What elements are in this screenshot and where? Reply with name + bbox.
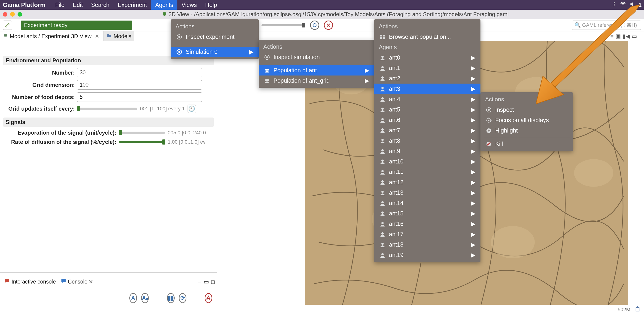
agent-label: ant0 [389, 54, 400, 61]
trash-icon[interactable] [634, 306, 641, 314]
agent-item-ant17[interactable]: ant17▶ [374, 229, 480, 239]
clock-icon[interactable]: 🕘 [188, 105, 196, 113]
breadcrumb-tab[interactable]: Model ants / Experiment 3D View ✕ [0, 31, 102, 41]
view-tool-icon[interactable]: ▮◀ [623, 33, 630, 39]
browse-population-item[interactable]: Browse ant population... [374, 32, 480, 42]
view-tool-icon[interactable]: □ [639, 33, 642, 39]
agent-item-ant15[interactable]: ant15▶ [374, 208, 480, 219]
agent-item-ant2[interactable]: ant2▶ [374, 73, 480, 84]
evap-slider[interactable] [119, 132, 165, 134]
menu-search[interactable]: Search [87, 0, 114, 10]
text-size-dec-button[interactable]: Aₐ [141, 293, 149, 303]
close-tab-icon[interactable]: ✕ [95, 33, 99, 39]
menu-file[interactable]: File [51, 0, 68, 10]
console-tab[interactable]: Console ✕ [58, 277, 96, 287]
menu-views[interactable]: Views [178, 0, 201, 10]
agent-item-ant7[interactable]: ant7▶ [374, 125, 480, 136]
agent-item-ant11[interactable]: ant11▶ [374, 167, 480, 177]
food-depots-input[interactable] [77, 92, 202, 102]
console-tool-icon[interactable]: ▭ [204, 279, 209, 285]
svg-point-1 [162, 12, 166, 16]
agent-item-ant19[interactable]: ant19▶ [374, 250, 480, 260]
search-icon: 🔍 [574, 22, 581, 28]
view-tool-icon[interactable]: ▣ [616, 33, 621, 39]
inspect-experiment-item[interactable]: Inspect experiment [171, 32, 259, 42]
agent-label: ant16 [389, 221, 404, 227]
agent-item-ant1[interactable]: ant1▶ [374, 63, 480, 73]
agent-item-ant0[interactable]: ant0▶ [374, 52, 480, 63]
menu-experiment[interactable]: Experiment [114, 0, 151, 10]
agent-item-ant16[interactable]: ant16▶ [374, 219, 480, 229]
menu-help[interactable]: Help [201, 0, 221, 10]
stop-button[interactable] [324, 20, 333, 30]
population-ant-item[interactable]: Population of ant ▶ [259, 65, 374, 75]
speech-bubble-red-icon [4, 278, 10, 286]
inspect-simulation-item[interactable]: Inspect simulation [259, 52, 374, 62]
speed-slider[interactable] [262, 24, 305, 26]
edit-button[interactable] [3, 20, 12, 30]
bluetooth-icon[interactable] [612, 1, 616, 8]
target-icon [486, 107, 492, 113]
close-tab-icon[interactable]: ✕ [89, 279, 93, 285]
focus-displays-item[interactable]: Focus on all displays [480, 115, 573, 125]
agent-item-ant4[interactable]: ant4▶ [374, 94, 480, 104]
agent-item-ant18[interactable]: ant18▶ [374, 239, 480, 250]
svg-rect-25 [383, 37, 385, 39]
agent-item-ant5[interactable]: ant5▶ [374, 104, 480, 115]
close-window-button[interactable] [3, 12, 8, 17]
agent-label: ant3 [389, 85, 400, 92]
diff-slider[interactable] [119, 141, 165, 143]
highlight-item[interactable]: Highlight [480, 125, 573, 136]
person-icon [379, 242, 386, 248]
view-tool-icon[interactable]: ≡ [610, 33, 614, 39]
text-size-inc-button[interactable]: A [129, 293, 137, 303]
simulation0-item[interactable]: Simulation 0 ▶ [171, 47, 259, 57]
menu1-actions-header: Actions [171, 21, 259, 32]
grid-dim-label: Grid dimension: [3, 82, 77, 88]
agent-item-ant9[interactable]: ant9▶ [374, 146, 480, 156]
pause-button[interactable]: ▮▮ [167, 293, 175, 303]
agent-item-ant3[interactable]: ant3▶ [374, 84, 480, 94]
svg-point-3 [6, 35, 6, 36]
grid-dim-input[interactable] [77, 80, 202, 90]
agent-item-ant8[interactable]: ant8▶ [374, 136, 480, 146]
inspect-agent-item[interactable]: Inspect [480, 105, 573, 115]
chevron-right-icon: ▶ [471, 241, 476, 248]
svg-point-28 [381, 76, 384, 79]
zoom-window-button[interactable] [18, 12, 22, 17]
agent-item-ant12[interactable]: ant12▶ [374, 177, 480, 188]
svg-point-34 [381, 139, 384, 141]
grid-updates-slider[interactable] [77, 108, 137, 110]
reload-button[interactable] [310, 20, 319, 30]
agent-item-ant10[interactable]: ant10▶ [374, 156, 480, 167]
minimize-window-button[interactable] [10, 12, 15, 17]
interactive-console-tab[interactable]: Interactive console [2, 277, 58, 287]
clear-button[interactable]: A̶ [205, 293, 212, 303]
console-tool-icon[interactable]: ≡ [198, 279, 201, 285]
highlight-icon [486, 127, 492, 134]
search-box[interactable]: 🔍 GAML reference (⇧⌘H) [572, 20, 641, 30]
menu-agents[interactable]: Agents [151, 0, 178, 10]
number-input[interactable] [77, 68, 202, 77]
window-titlebar: 3D View - /Applications/GAM iguration/or… [0, 10, 644, 19]
kill-item[interactable]: Kill [480, 139, 573, 149]
svg-point-33 [381, 128, 384, 131]
agent-item-ant6[interactable]: ant6▶ [374, 115, 480, 125]
menu-edit[interactable]: Edit [68, 0, 87, 10]
number-label: Number: [3, 69, 77, 76]
volume-icon[interactable] [630, 1, 636, 8]
highlight-label: Highlight [495, 127, 518, 134]
svg-rect-23 [383, 35, 385, 36]
agent-item-ant14[interactable]: ant14▶ [374, 198, 480, 208]
view-tool-icon[interactable]: ▭ [632, 33, 637, 39]
person-icon [379, 127, 386, 134]
console-tool-icon[interactable]: □ [211, 279, 215, 285]
chevron-right-icon: ▶ [471, 117, 476, 123]
agent-item-ant13[interactable]: ant13▶ [374, 188, 480, 198]
folder-tab[interactable]: Models [104, 31, 134, 41]
refresh-button[interactable]: ⟳ [179, 293, 186, 303]
console-tabs: Interactive console Console ✕ ≡ ▭ □ [0, 273, 217, 291]
svg-point-31 [381, 108, 384, 110]
wifi-icon[interactable] [620, 1, 626, 9]
population-antgrid-item[interactable]: Population of ant_grid ▶ [259, 75, 374, 86]
